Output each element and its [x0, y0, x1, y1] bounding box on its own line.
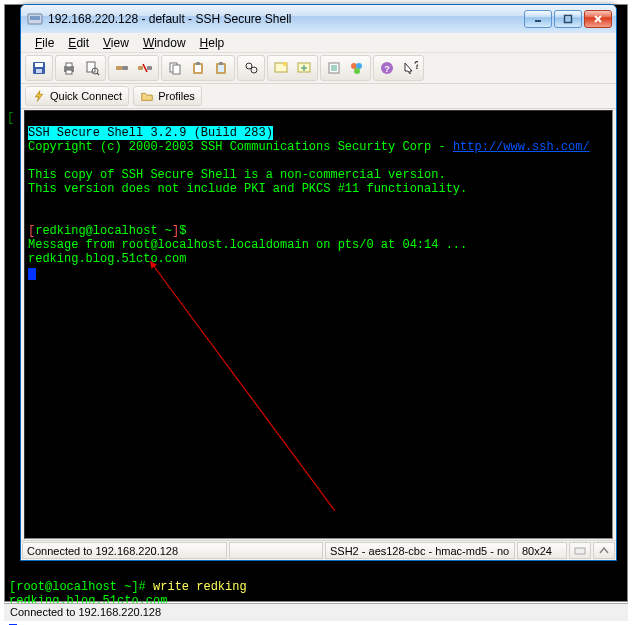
- window-titlebar[interactable]: 192.168.220.128 - default - SSH Secure S…: [21, 5, 616, 33]
- outer-status-text: Connected to 192.168.220.128: [10, 606, 161, 618]
- close-button[interactable]: [584, 10, 612, 28]
- paste-icon[interactable]: [187, 57, 209, 79]
- outer-prompt: [root@localhost ~]#: [9, 580, 153, 594]
- outer-command: write redking: [153, 580, 247, 594]
- print-icon[interactable]: [58, 57, 80, 79]
- status-caps-icon: [569, 542, 591, 559]
- terminal-prompt-user: redking@localhost ~: [35, 224, 172, 238]
- find-icon[interactable]: [240, 57, 262, 79]
- status-encryption: SSH2 - aes128-cbc - hmac-md5 - no: [325, 542, 515, 559]
- svg-rect-27: [219, 62, 223, 65]
- quick-connect-button[interactable]: Quick Connect: [25, 86, 129, 106]
- outer-status-bar: Connected to 192.168.220.128: [4, 603, 628, 621]
- status-bar: Connected to 192.168.220.128 SSH2 - aes1…: [21, 540, 616, 560]
- svg-line-40: [150, 261, 335, 511]
- window-title: 192.168.220.128 - default - SSH Secure S…: [48, 12, 524, 26]
- svg-rect-11: [66, 70, 72, 74]
- connect-icon[interactable]: [111, 57, 133, 79]
- save-icon[interactable]: [28, 57, 50, 79]
- new-file-transfer-icon[interactable]: [293, 57, 315, 79]
- whats-this-icon[interactable]: ?: [399, 57, 421, 79]
- svg-rect-8: [36, 69, 42, 73]
- ssh-window[interactable]: 192.168.220.128 - default - SSH Secure S…: [20, 4, 617, 561]
- svg-rect-10: [66, 63, 72, 67]
- menu-window[interactable]: WindowWindow: [137, 34, 192, 52]
- terminal[interactable]: SSH Secure Shell 3.2.9 (Build 283) Copyr…: [24, 110, 613, 539]
- lightning-icon: [32, 89, 46, 103]
- svg-rect-24: [196, 62, 200, 65]
- svg-line-14: [97, 73, 99, 75]
- disconnect-icon[interactable]: [134, 57, 156, 79]
- colors-icon[interactable]: [346, 57, 368, 79]
- help-icon[interactable]: ?: [376, 57, 398, 79]
- profile-bar: Quick Connect Profiles: [21, 84, 616, 109]
- svg-point-29: [251, 67, 257, 73]
- terminal-banner-link[interactable]: http://www.ssh.com/: [453, 140, 590, 154]
- svg-point-31: [283, 62, 287, 66]
- status-connected: Connected to 192.168.220.128: [22, 542, 227, 559]
- svg-text:?: ?: [414, 60, 418, 71]
- svg-rect-15: [116, 66, 122, 70]
- profiles-label: Profiles: [158, 90, 195, 102]
- svg-rect-16: [122, 66, 128, 70]
- status-spacer: [229, 542, 323, 559]
- svg-rect-7: [35, 63, 43, 67]
- minimize-button[interactable]: [524, 10, 552, 28]
- status-dimensions: 80x24: [517, 542, 567, 559]
- menu-file[interactable]: FFileile: [29, 34, 60, 52]
- svg-rect-21: [173, 65, 180, 74]
- menu-help[interactable]: HelpHelp: [194, 34, 231, 52]
- menu-view[interactable]: ViewView: [97, 34, 135, 52]
- app-icon: [27, 11, 43, 27]
- copy-icon[interactable]: [164, 57, 186, 79]
- status-num-icon: [593, 542, 615, 559]
- print-preview-icon[interactable]: [81, 57, 103, 79]
- terminal-info-line1: This copy of SSH Secure Shell is a non-c…: [28, 168, 446, 182]
- maximize-button[interactable]: [554, 10, 582, 28]
- new-terminal-icon[interactable]: [270, 57, 292, 79]
- settings-icon[interactable]: [323, 57, 345, 79]
- svg-point-36: [354, 68, 360, 74]
- svg-rect-1: [30, 16, 40, 20]
- svg-rect-17: [138, 66, 143, 70]
- menu-edit[interactable]: EditEdit: [62, 34, 95, 52]
- svg-rect-18: [147, 66, 152, 70]
- svg-line-19: [143, 64, 147, 72]
- terminal-cursor: [28, 268, 36, 280]
- svg-rect-41: [575, 548, 585, 554]
- folder-icon: [140, 89, 154, 103]
- svg-rect-12: [87, 62, 95, 72]
- toolbar: ? ?: [21, 53, 616, 84]
- quick-connect-label: Quick Connect: [50, 90, 122, 102]
- terminal-banner-line2a: Copyright (c) 2000-2003 SSH Communicatio…: [28, 140, 453, 154]
- svg-rect-3: [565, 16, 572, 23]
- svg-rect-26: [218, 65, 224, 72]
- svg-text:?: ?: [384, 64, 390, 74]
- terminal-banner-line1: SSH Secure Shell 3.2.9 (Build 283): [28, 126, 273, 140]
- terminal-msg-line1: Message from root@localhost.localdomain …: [28, 238, 467, 252]
- menu-bar: FFileile EditEdit ViewView WindowWindow …: [21, 33, 616, 53]
- svg-rect-23: [195, 65, 201, 72]
- terminal-info-line2: This version does not include PKI and PK…: [28, 182, 467, 196]
- paste-selection-icon[interactable]: [210, 57, 232, 79]
- terminal-msg-line2: redking.blog.51cto.com: [28, 252, 186, 266]
- profiles-button[interactable]: Profiles: [133, 86, 202, 106]
